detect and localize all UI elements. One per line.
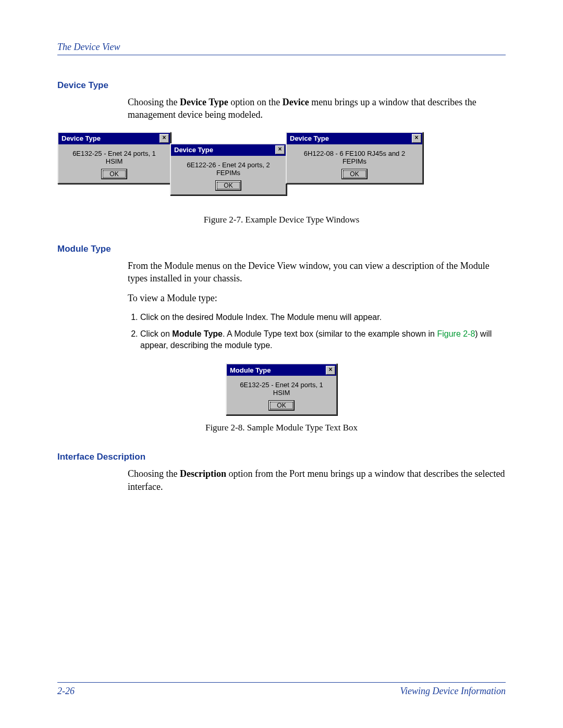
dialog-title: Device Type <box>290 134 329 142</box>
page-number: 2-26 <box>57 686 75 697</box>
text-bold: Description <box>180 468 226 479</box>
text: . A Module Type text box (similar to the… <box>223 329 437 338</box>
ok-button[interactable]: OK <box>342 169 366 179</box>
figure-reference: Figure 2-8 <box>437 329 475 338</box>
text: Choosing the <box>128 468 180 479</box>
dialog-text: 6H122-08 - 6 FE100 RJ45s and 2 FEPIMs <box>292 150 417 165</box>
figure-2-8-caption: Figure 2-8. Sample Module Type Text Box <box>57 423 506 433</box>
interface-desc-paragraph: Choosing the Description option from the… <box>128 467 506 493</box>
module-type-paragraph-1: From the Module menus on the Device View… <box>128 260 506 285</box>
dialog-body: 6E132-25 - Enet 24 ports, 1 HSIM OK <box>227 376 336 414</box>
dialog-titlebar: Device Type × <box>287 133 422 144</box>
text: option on the <box>228 97 283 107</box>
device-type-dialog-3: Device Type × 6H122-08 - 6 FE100 RJ45s a… <box>286 132 423 184</box>
page-footer: 2-26 Viewing Device Information <box>57 678 506 697</box>
close-icon[interactable]: × <box>160 134 169 143</box>
step-1: Click on the desired Module Index. The M… <box>140 312 506 323</box>
header-rule <box>57 55 506 55</box>
ok-button[interactable]: OK <box>216 181 240 190</box>
dialog-body: 6H122-08 - 6 FE100 RJ45s and 2 FEPIMs OK <box>287 144 422 183</box>
dialog-title: Module Type <box>230 366 271 374</box>
figure-2-7-caption: Figure 2-7. Example Device Type Windows <box>57 215 506 225</box>
close-icon[interactable]: × <box>326 366 335 375</box>
text-bold: Device <box>283 97 309 107</box>
device-type-dialog-1: Device Type × 6E132-25 - Enet 24 ports, … <box>57 132 171 184</box>
module-type-paragraph-2: To view a Module type: <box>128 292 506 304</box>
figure-2-7: Device Type × 6E132-25 - Enet 24 ports, … <box>57 132 454 207</box>
step-2: Click on Module Type. A Module Type text… <box>140 328 506 351</box>
close-icon[interactable]: × <box>275 145 285 154</box>
dialog-titlebar: Device Type × <box>58 133 170 144</box>
close-icon[interactable]: × <box>412 134 421 143</box>
text: Click on <box>140 329 172 338</box>
dialog-titlebar: Module Type × <box>227 364 336 376</box>
text-bold: Device Type <box>180 97 228 107</box>
module-type-steps: Click on the desired Module Index. The M… <box>128 312 506 351</box>
heading-interface-description: Interface Description <box>57 452 506 462</box>
dialog-body: 6E122-26 - Enet 24 ports, 2 FEPIMs OK <box>171 156 286 194</box>
ok-button[interactable]: OK <box>102 169 126 179</box>
dialog-title: Device Type <box>174 146 213 154</box>
heading-device-type: Device Type <box>57 80 506 91</box>
device-type-dialog-2: Device Type × 6E122-26 - Enet 24 ports, … <box>170 143 287 195</box>
dialog-body: 6E132-25 - Enet 24 ports, 1 HSIM OK <box>58 144 170 183</box>
device-type-paragraph: Choosing the Device Type option on the D… <box>128 96 506 121</box>
text: Choosing the <box>128 97 180 107</box>
dialog-text: 6E132-25 - Enet 24 ports, 1 HSIM <box>232 381 331 397</box>
heading-module-type: Module Type <box>57 244 506 254</box>
dialog-text: 6E132-25 - Enet 24 ports, 1 HSIM <box>64 150 165 165</box>
footer-section-title: Viewing Device Information <box>400 686 506 697</box>
ok-button[interactable]: OK <box>269 401 293 410</box>
module-type-dialog: Module Type × 6E132-25 - Enet 24 ports, … <box>226 363 337 415</box>
dialog-titlebar: Device Type × <box>171 144 286 156</box>
figure-2-8: Module Type × 6E132-25 - Enet 24 ports, … <box>57 363 506 415</box>
dialog-text: 6E122-26 - Enet 24 ports, 2 FEPIMs <box>176 161 280 177</box>
page-header-title: The Device View <box>57 42 506 53</box>
text-bold: Module Type <box>172 329 223 338</box>
footer-rule <box>57 682 506 683</box>
dialog-title: Device Type <box>62 134 101 142</box>
